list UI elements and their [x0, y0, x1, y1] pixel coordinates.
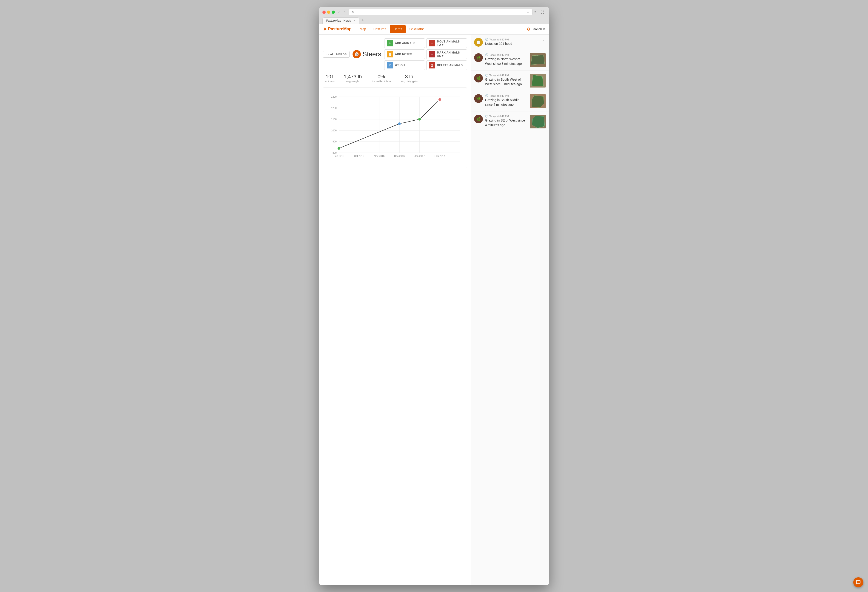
- browser-window: ‹ › ↻ ☆ ≡ PastureMap - Herds ✕ +: [319, 7, 549, 585]
- action-buttons: + ADD ANIMALS − MOVE ANIMALS TO ▾ 📋 ADD …: [384, 38, 467, 70]
- more-options-button[interactable]: ⋮: [542, 38, 546, 43]
- herd-title: 🐄 Steers: [350, 50, 384, 58]
- nav-link-pastures[interactable]: Pastures: [370, 24, 390, 35]
- svg-text:Jan 2017: Jan 2017: [414, 155, 424, 158]
- close-button[interactable]: [322, 10, 326, 14]
- activity-text: Grazing in South West of West since 3 mi…: [485, 77, 527, 86]
- tab-close-icon[interactable]: ✕: [353, 19, 355, 22]
- svg-text:Feb 2017: Feb 2017: [435, 155, 445, 158]
- main-content: ‹ < ALL HERDS 🐄 Steers: [319, 35, 549, 585]
- weigh-button[interactable]: ⚖ WEIGH: [384, 60, 425, 70]
- bookmark-icon[interactable]: ☆: [527, 10, 530, 14]
- nav-links: Map Pastures Herds Calculator: [356, 24, 428, 35]
- all-herds-button[interactable]: ‹ < ALL HERDS: [323, 51, 350, 57]
- svg-point-28: [337, 147, 340, 150]
- move-animals-button[interactable]: − MOVE ANIMALS TO ▾: [426, 38, 467, 48]
- all-herds-label: < ALL HERDS: [328, 53, 347, 56]
- stat-animals: 101 animals: [325, 74, 335, 83]
- activity-content: 🕐 Today at 8:50 PM Notes on 101 head: [485, 38, 546, 46]
- nav-right: ⚙ Ranch ∨: [527, 27, 545, 32]
- stat-animals-value: 101: [325, 74, 335, 80]
- activity-time: 🕐 Today at 8:50 PM: [485, 38, 546, 41]
- delete-animals-button[interactable]: 🗑 DELETE ANIMALS: [426, 60, 467, 70]
- tabs-bar: PastureMap - Herds ✕ +: [322, 17, 546, 24]
- cow-icon: 🐄: [354, 52, 359, 57]
- activity-avatar: 🌿: [474, 53, 483, 62]
- activity-item: 🌿 🕐 Today at 8:47 PM Grazing in South Mi…: [471, 91, 549, 111]
- svg-point-31: [438, 98, 441, 101]
- svg-text:Oct 2016: Oct 2016: [354, 155, 364, 158]
- activity-time-text: Today at 8:47 PM: [489, 115, 509, 118]
- minimize-button[interactable]: [327, 10, 330, 14]
- activity-thumbnail: [530, 115, 546, 128]
- activity-time: 🕐 Today at 8:47 PM: [485, 94, 527, 97]
- activity-avatar: 📋: [474, 38, 483, 47]
- address-bar-row: ‹ › ↻ ☆ ≡: [337, 9, 537, 15]
- chevron-left-icon: ‹: [326, 53, 327, 56]
- titlebar: ‹ › ↻ ☆ ≡: [322, 9, 546, 15]
- activity-thumbnail: [530, 74, 546, 87]
- add-animals-button[interactable]: + ADD ANIMALS: [384, 38, 425, 48]
- back-button[interactable]: ‹: [337, 10, 341, 15]
- nav-link-calculator[interactable]: Calculator: [406, 24, 427, 35]
- svg-text:🐄: 🐄: [355, 53, 358, 56]
- app-content: ✳ PastureMap Map Pastures Herds Calculat…: [319, 24, 549, 585]
- activity-time-text: Today at 8:47 PM: [489, 74, 509, 77]
- activity-item: 🌿 🕐 Today at 8:47 PM Grazing in South We…: [471, 71, 549, 91]
- left-panel: ‹ < ALL HERDS 🐄 Steers: [319, 35, 471, 585]
- chart-container: 800 900 1000 1100 1200 1300 Sep 2016 Oct…: [323, 87, 467, 168]
- add-animals-label: ADD ANIMALS: [395, 41, 415, 45]
- svg-text:Dec 2016: Dec 2016: [394, 155, 405, 158]
- new-tab-button[interactable]: +: [359, 17, 366, 24]
- fullscreen-icon[interactable]: [540, 10, 545, 14]
- nav-link-map[interactable]: Map: [356, 24, 370, 35]
- clock-icon: 🕐: [485, 115, 489, 118]
- chat-icon: [856, 580, 861, 585]
- mark-animals-label: MARK ANIMALS AS ▾: [437, 51, 465, 57]
- activity-content: 🕐 Today at 8:47 PM Grazing in North West…: [485, 53, 527, 66]
- activity-content: 🕐 Today at 8:47 PM Grazing in SE of West…: [485, 115, 527, 127]
- traffic-lights: [322, 10, 335, 14]
- trash-icon: 🗑: [429, 62, 435, 68]
- settings-icon[interactable]: ⚙: [527, 27, 530, 32]
- svg-text:Nov 2016: Nov 2016: [374, 155, 384, 158]
- stat-intake: 0% dry matter intake: [371, 74, 391, 83]
- svg-text:1000: 1000: [331, 129, 337, 132]
- activity-item: 🌿 🕐 Today at 8:47 PM Grazing in SE of We…: [471, 111, 549, 132]
- weight-chart: 800 900 1000 1100 1200 1300 Sep 2016 Oct…: [325, 91, 465, 165]
- right-panel: 📋 🕐 Today at 8:50 PM Notes on 101 head ⋮…: [471, 35, 549, 585]
- pasture-map-thumb: [530, 115, 546, 128]
- refresh-icon[interactable]: ↻: [351, 10, 354, 14]
- pasture-map-thumb: [530, 53, 546, 67]
- browser-menu-icon[interactable]: ≡: [534, 10, 536, 14]
- nav-link-herds[interactable]: Herds: [390, 25, 406, 33]
- herd-name: Steers: [363, 50, 381, 58]
- add-notes-button[interactable]: 📋 ADD NOTES: [384, 49, 425, 59]
- maximize-button[interactable]: [332, 10, 335, 14]
- browser-tab[interactable]: PastureMap - Herds ✕: [322, 18, 359, 24]
- forward-button[interactable]: ›: [343, 10, 347, 15]
- svg-text:1200: 1200: [331, 107, 337, 109]
- app-nav: ✳ PastureMap Map Pastures Herds Calculat…: [319, 24, 549, 35]
- weigh-label: WEIGH: [395, 63, 405, 67]
- stat-animals-label: animals: [325, 80, 335, 83]
- activity-content: 🕐 Today at 8:47 PM Grazing in South West…: [485, 74, 527, 86]
- activity-text: Grazing in North West of West since 3 mi…: [485, 57, 527, 66]
- stat-gain: 3 lb avg daily gain: [401, 74, 418, 83]
- clock-icon: 🕐: [485, 53, 489, 56]
- activity-time: 🕐 Today at 8:47 PM: [485, 53, 527, 56]
- svg-text:1100: 1100: [331, 118, 337, 121]
- ranch-selector[interactable]: Ranch ∨: [533, 27, 545, 31]
- activity-text: Grazing in South Middle since 4 minutes …: [485, 98, 527, 107]
- notes-icon: 📋: [387, 51, 393, 57]
- mark-animals-button[interactable]: − MARK ANIMALS AS ▾: [426, 49, 467, 59]
- stat-weight: 1,473 lb avg weight: [344, 74, 362, 83]
- svg-point-29: [398, 122, 401, 125]
- svg-text:Sep 2016: Sep 2016: [334, 155, 344, 158]
- address-bar[interactable]: ↻ ☆: [348, 9, 533, 15]
- stat-gain-value: 3 lb: [401, 74, 418, 80]
- stat-intake-label: dry matter intake: [371, 80, 391, 83]
- clock-icon: 🕐: [485, 94, 489, 97]
- chat-bubble-button[interactable]: [853, 577, 864, 588]
- mark-icon: −: [429, 51, 435, 57]
